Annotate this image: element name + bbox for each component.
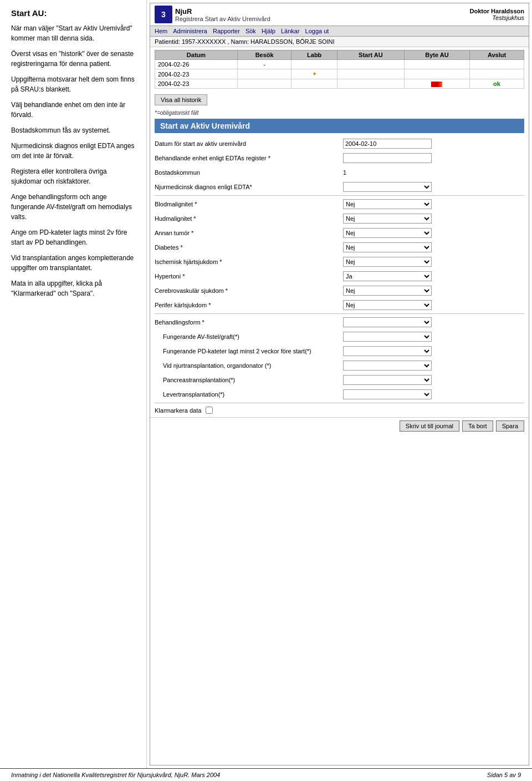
content-area: Start AU: När man väljer "Start av Aktiv… (0, 0, 532, 768)
col-avslut: Avslut (470, 50, 524, 60)
perifer-row: Perifer kärlsjukdom * Nej Ja (155, 299, 524, 311)
row2-labb: ✦ (291, 69, 337, 79)
divider-2 (155, 313, 524, 314)
left-para-6: Njurmedicinsk diagnos enligt EDTA anges … (11, 141, 138, 161)
footer-right: Sidan 5 av 9 (487, 772, 521, 778)
buttons-area: Skriv ut till journal Ta bort Spara (150, 417, 529, 434)
blodmalignitet-value: Nej Ja (343, 199, 524, 209)
footer-left: Inmatning i det Nationella Kvalitetsregi… (11, 772, 220, 778)
ischemisk-label: Ischemisk hjärtsjukdom * (155, 258, 343, 265)
behandlande-label: Behandlande enhet enligt EDTAs register … (155, 155, 343, 161)
njurtransplantation-label: Vid njurtransplantation, organdonator (*… (155, 362, 343, 369)
diabetes-select[interactable]: Nej Ja (343, 242, 432, 252)
behandlingsform-select[interactable]: Hemodialys Peritonealdialys Transplantat… (343, 317, 432, 327)
footer: Inmatning i det Nationella Kvalitetsregi… (0, 768, 532, 781)
nav-sok[interactable]: Sök (245, 28, 256, 34)
perifer-select[interactable]: Nej Ja (343, 300, 432, 310)
klarmarkera-checkbox[interactable] (206, 407, 213, 414)
njurdiagnos-label: Njurmedicinsk diagnos enligt EDTA* (155, 184, 343, 190)
pancreastransplantation-label: Pancreastransplantation(*) (155, 377, 343, 383)
pancreastransplantation-row: Pancreastransplantation(*) Nej Ja (155, 374, 524, 386)
av-fistel-label: Fungerande AV-fistel/graft(*) (155, 333, 343, 340)
history-table: Datum Besök Labb Start AU Byte AU Avslut… (155, 50, 524, 89)
app-title-block: NjuR Registrera Start av Aktiv Uremivård (175, 7, 270, 22)
divider-3 (155, 403, 524, 403)
bostadskommun-label: Bostadskommun (155, 169, 343, 176)
spara-button[interactable]: Spara (496, 420, 524, 432)
njurtransplantation-select[interactable]: Nej Ja (343, 361, 432, 371)
bostadskommun-value: 1 (343, 169, 524, 176)
pancreastransplantation-select[interactable]: Nej Ja (343, 375, 432, 385)
hudmalignitet-label: Hudmalignitet * (155, 215, 343, 222)
ta-bort-button[interactable]: Ta bort (462, 420, 493, 432)
levertransplantation-row: Levertransplantation(*) Nej Ja (155, 388, 524, 400)
row1-datum: 2004-02-26 (155, 60, 238, 69)
nav-hjalp[interactable]: Hjälp (262, 28, 275, 34)
pancreastransplantation-value: Nej Ja (343, 375, 524, 385)
hudmalignitet-row: Hudmalignitet * Nej Ja (155, 212, 524, 225)
hypertoni-select[interactable]: Nej Ja (343, 271, 432, 281)
behandlande-row: Behandlande enhet enligt EDTAs register … (155, 152, 524, 164)
system-name: NjuR (175, 7, 270, 16)
star-icon: ✦ (312, 70, 317, 77)
blodmalignitet-select[interactable]: Nej Ja (343, 199, 432, 209)
njurdiagnos-row: Njurmedicinsk diagnos enligt EDTA* (155, 181, 524, 193)
levertransplantation-select[interactable]: Nej Ja (343, 389, 432, 399)
table-row: 2004-02-23 ✦ (155, 69, 524, 79)
ischemisk-value: Nej Ja (343, 257, 524, 267)
row3-datum: 2004-02-23 (155, 79, 238, 89)
behandlande-input[interactable] (343, 153, 432, 163)
datum-row: Datum för start av aktiv uremivård (155, 138, 524, 150)
left-para-7: Registera eller kontrollera övriga sjukd… (11, 166, 138, 186)
pd-kateter-row: Fungerande PD-kateter lagt minst 2 vecko… (155, 345, 524, 357)
annan-tumor-row: Annan tumör * Nej Ja (155, 227, 524, 239)
nav-bar: Hem Administrera Rapporter Sök Hjälp Län… (150, 26, 529, 37)
left-para-10: Vid transplantation anges kompletterande… (11, 253, 138, 273)
nav-rapporter[interactable]: Rapporter (213, 28, 240, 34)
nav-administrera[interactable]: Administrera (173, 28, 207, 34)
skriv-button[interactable]: Skriv ut till journal (400, 420, 459, 432)
table-row: 2004-02-26 - (155, 60, 524, 69)
av-fistel-value: Nej Ja (343, 332, 524, 342)
blodmalignitet-label: Blodmalignitet * (155, 201, 343, 207)
show-history-button[interactable]: Visa all historik (155, 94, 207, 105)
row1-labb (291, 60, 337, 69)
cerebrovaskulär-select[interactable]: Nej Ja (343, 286, 432, 296)
av-fistel-row: Fungerande AV-fistel/graft(*) Nej Ja (155, 331, 524, 343)
form-header: Start av Aktiv Uremivård (155, 119, 524, 133)
row2-besok (237, 69, 291, 79)
hudmalignitet-select[interactable]: Nej Ja (343, 214, 432, 224)
pd-kateter-select[interactable]: Nej Ja (343, 346, 432, 356)
nav-lankar[interactable]: Länkar (281, 28, 300, 34)
njurtransplantation-value: Nej Ja (343, 361, 524, 371)
divider-1 (155, 195, 524, 196)
app-header: 3 NjuR Registrera Start av Aktiv Uremivå… (150, 3, 529, 26)
row2-datum: 2004-02-23 (155, 69, 238, 79)
patient-info: Patientid: 1957-XXXXXXX , Namn: HARALDSS… (155, 38, 335, 45)
progress-bar-icon (431, 82, 442, 87)
col-besok: Besök (237, 50, 291, 60)
left-para-8: Ange behandlingsform och ange fungerande… (11, 192, 138, 222)
nav-hem[interactable]: Hem (155, 28, 167, 34)
annan-tumor-select[interactable]: Nej Ja (343, 228, 432, 238)
datum-input[interactable] (343, 139, 432, 149)
row3-besok (237, 79, 291, 89)
show-history-container: Visa all historik (150, 92, 529, 108)
hospital-name: Testsjukhus (470, 14, 524, 21)
njurdiagnos-select[interactable] (343, 182, 432, 192)
diabetes-label: Diabetes * (155, 244, 343, 251)
left-para-5: Bostadskommun fås av systemet. (11, 125, 138, 135)
table-row: 2004-02-23 ok (155, 79, 524, 89)
row2-avslut (470, 69, 524, 79)
av-fistel-select[interactable]: Nej Ja (343, 332, 432, 342)
bostadskommun-text: 1 (343, 169, 346, 176)
behandlingsform-value: Hemodialys Peritonealdialys Transplantat… (343, 317, 524, 327)
nav-logga-ut[interactable]: Logga ut (305, 28, 329, 34)
ischemisk-select[interactable]: Nej Ja (343, 257, 432, 267)
perifer-label: Perifer kärlsjukdom * (155, 302, 343, 308)
diabetes-row: Diabetes * Nej Ja (155, 241, 524, 253)
hypertoni-value: Nej Ja (343, 271, 524, 281)
row1-avslut (470, 60, 524, 69)
app-logo: 3 NjuR Registrera Start av Aktiv Uremivå… (155, 6, 270, 23)
pd-kateter-value: Nej Ja (343, 346, 524, 356)
